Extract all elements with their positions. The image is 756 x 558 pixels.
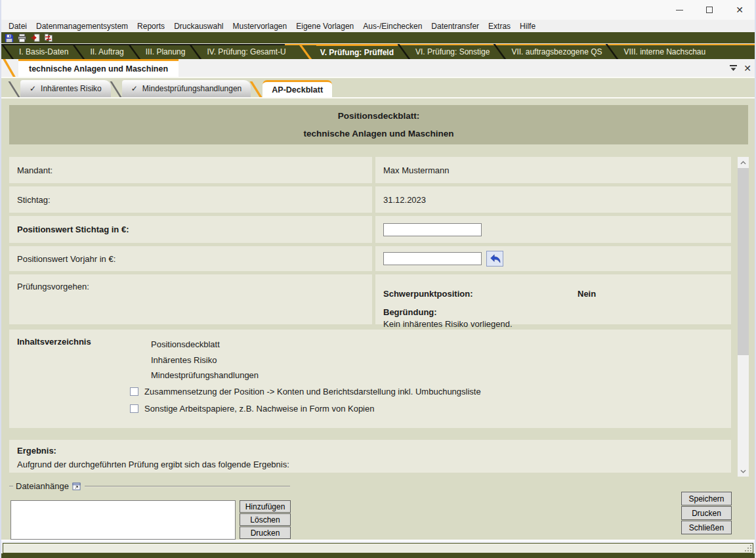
close-form-button[interactable]: Schließen (681, 521, 732, 534)
attachment-add-button[interactable]: Hinzufügen (240, 500, 291, 513)
pruefungsvorgehen-label: Prüfungsvorgehen: (9, 274, 372, 324)
stichtag-value: 31.12.2023 (375, 186, 731, 213)
content-area: ✓ Inhärentes Risiko ✓ Mindestprüfungshan… (1, 77, 755, 540)
print-icon[interactable] (16, 33, 28, 43)
menu-datentransfer[interactable]: Datentransfer (427, 20, 484, 32)
tab-pruefung-prueffeld[interactable]: V. Prüfung: Prüffeld (316, 44, 398, 59)
attachments-buttons: Hinzufügen Löschen Drucken (240, 500, 291, 539)
maximize-button[interactable] (694, 0, 724, 20)
tab-separator (1, 44, 16, 59)
attachments-listbox[interactable] (10, 500, 236, 540)
inner-tab-bar: ✓ Inhärentes Risiko ✓ Mindestprüfungshan… (9, 78, 755, 97)
bottom-area: Dateianhänge Hinzufügen Löschen Drucken … (9, 481, 749, 541)
attachment-delete-button[interactable]: Löschen (240, 513, 291, 526)
document-tab-strip: technische Anlagen und Maschinen ✕ (1, 59, 755, 77)
pruefungsvorgehen-cell: Schwerpunktposition: Nein Begründung: Ke… (375, 274, 731, 324)
menu-eigene-vorlagen[interactable]: Eigene Vorlagen (291, 20, 358, 32)
title-bar: ✕ (1, 0, 755, 20)
resize-grip[interactable] (744, 544, 752, 552)
data-transfer-icon[interactable] (43, 33, 54, 43)
menu-hilfe[interactable]: Hilfe (515, 20, 540, 32)
schwerpunktposition-value: Nein (578, 289, 596, 299)
tab-basis-daten[interactable]: I. Basis-Daten (15, 44, 72, 59)
tab-auftragsbezogene-qs[interactable]: VII. auftragsbezogene QS (507, 44, 606, 59)
scroll-up-button[interactable] (738, 157, 749, 168)
minimize-icon (676, 10, 683, 11)
close-button[interactable]: ✕ (724, 0, 755, 20)
document-strip-spacer (178, 59, 726, 77)
tab-pruefung-gesamt-u[interactable]: IV. Prüfung: Gesamt-U (203, 44, 289, 59)
close-icon: ✕ (736, 5, 744, 14)
schwerpunkt-line: Schwerpunktposition: Nein (383, 282, 731, 299)
scrollbar-thumb[interactable] (738, 168, 749, 355)
iv-item-positionsdeckblatt: Positionsdeckblatt (151, 337, 731, 353)
iv-checkbox-row-zusammensetzung: Zusammensetzung der Position -> Konten u… (130, 383, 731, 400)
positionswert-vorjahr-label: Positionswert Vorjahr in €: (9, 246, 372, 271)
tab-ap-deckblatt[interactable]: AP-Deckblatt (262, 80, 332, 97)
tab-separator (127, 44, 143, 59)
inner-tab-separator (9, 81, 20, 97)
document-tab[interactable]: technische Anlagen und Maschinen (18, 59, 178, 77)
iv-checkbox-row-sonstige: Sonstige Arbeitspapiere, z.B. Nachweise … (130, 400, 731, 418)
tab-mindestpruefungshandlungen[interactable]: ✓ Mindestprüfungshandlungen (122, 80, 251, 97)
attachments-legend-text: Dateianhänge (16, 481, 69, 491)
zusammensetzung-checkbox[interactable] (130, 387, 138, 396)
print-button[interactable]: Drucken (681, 506, 732, 520)
ergebnis-text: Aufgrund der durchgeführten Prüfung ergi… (17, 460, 731, 469)
vertical-scrollbar[interactable] (738, 157, 749, 477)
open-window-icon[interactable] (72, 483, 81, 490)
tab-inhaerentes-risiko[interactable]: ✓ Inhärentes Risiko (20, 80, 111, 97)
checkmark-icon: ✓ (30, 84, 36, 93)
form-grid: Mandant: Max Mustermann Stichtag: 31.12.… (9, 157, 731, 324)
positionswert-stichtag-input[interactable] (383, 223, 482, 236)
tab-separator (396, 44, 413, 59)
tab-auftrag[interactable]: II. Auftrag (86, 44, 127, 59)
page-title: Positionsdeckblatt: technische Anlagen u… (9, 105, 748, 144)
begruendung-label: Begründung: (383, 307, 731, 317)
attachment-print-button[interactable]: Drucken (240, 526, 291, 539)
positionswert-stichtag-cell (375, 216, 731, 243)
undo-button[interactable] (486, 251, 503, 267)
check-in-icon[interactable] (30, 33, 41, 43)
menu-reports[interactable]: Reports (133, 20, 169, 32)
mandant-value: Max Mustermann (375, 157, 731, 183)
menu-datenmanagementsystem[interactable]: Datenmanagementsystem (32, 20, 133, 32)
tab-separator (605, 44, 621, 59)
inner-tab-separator (110, 81, 121, 97)
menu-mustervorlagen[interactable]: Mustervorlagen (228, 20, 292, 32)
chevron-up-icon (740, 161, 746, 165)
positionswert-vorjahr-input[interactable] (383, 252, 482, 265)
page-title-line1: Positionsdeckblatt: (9, 111, 748, 121)
inner-tab-separator-orange (250, 81, 262, 97)
inner-tab-label: AP-Deckblatt (272, 85, 323, 95)
save-button[interactable]: Speichern (681, 492, 732, 505)
toolbar (1, 32, 755, 44)
tab-separator-orange (297, 44, 314, 59)
main-tab-bar: I. Basis-Daten II. Auftrag III. Planung … (1, 44, 755, 59)
save-icon[interactable] (3, 33, 14, 43)
tab-interne-nachschau[interactable]: VIII. interne Nachschau (620, 44, 709, 59)
checkmark-icon: ✓ (131, 84, 138, 93)
menu-aus-einchecken[interactable]: Aus-/Einchecken (358, 20, 427, 32)
sonstige-arbeitspapiere-checkbox[interactable] (130, 404, 138, 413)
minimize-button[interactable] (664, 0, 694, 20)
menu-druckauswahl[interactable]: Druckauswahl (169, 20, 228, 32)
maximize-icon (706, 7, 713, 13)
attachments-fieldset: Dateianhänge Hinzufügen Löschen Drucken (9, 486, 290, 487)
positionswert-vorjahr-inputrow (383, 251, 503, 267)
tabbar-line-dark (1, 44, 285, 45)
tab-separator (71, 44, 87, 59)
scroll-down-button[interactable] (738, 465, 749, 477)
attachments-legend: Dateianhänge (13, 481, 85, 491)
tab-pruefung-sonstige[interactable]: VI. Prüfung: Sonstige (411, 44, 494, 59)
menu-extras[interactable]: Extras (484, 20, 515, 32)
menu-datei[interactable]: Datei (4, 20, 32, 32)
tab-planung[interactable]: III. Planung (142, 44, 190, 59)
application-window: ✕ Datei Datenmanagementsystem Reports Dr… (0, 0, 756, 558)
action-buttons: Speichern Drucken Schließen (681, 492, 732, 534)
inner-tab-label: Mindestprüfungshandlungen (142, 84, 242, 93)
ergebnis-section: Ergebnis: Aufgrund der durchgeführten Pr… (9, 440, 731, 473)
page-title-line2: technische Anlagen und Maschinen (9, 129, 748, 139)
collapse-icon[interactable] (726, 59, 740, 77)
close-document-icon[interactable]: ✕ (740, 59, 755, 77)
